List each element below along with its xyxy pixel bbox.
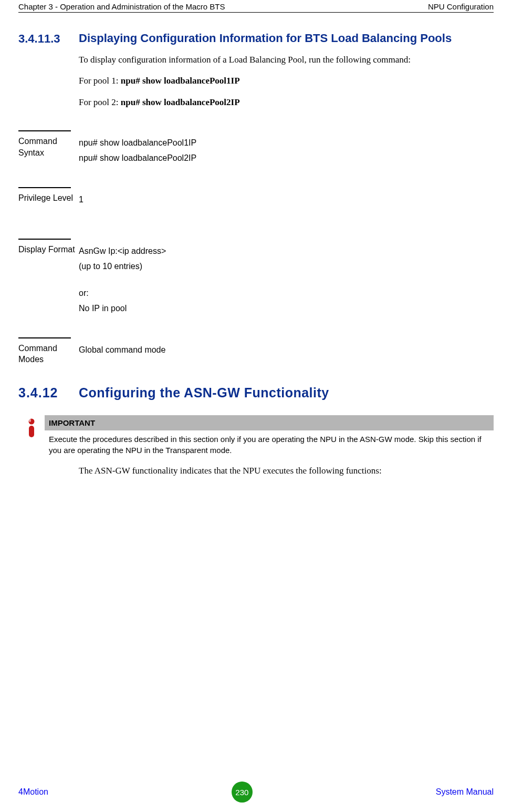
command-syntax-block: Command Syntax npu# show loadbalancePool… <box>18 130 494 166</box>
page-number-badge: 230 <box>232 782 253 803</box>
important-note: IMPORTANT Execute the procedures describ… <box>18 415 494 457</box>
intro-paragraph: To display configuration information of … <box>79 53 494 67</box>
command-modes-value: Global command mode <box>79 343 165 358</box>
page-footer: 4Motion 230 System Manual <box>18 782 494 803</box>
subsection-heading: 3.4.12 Configuring the ASN-GW Functional… <box>18 385 494 400</box>
syntax-line2: npu# show loadbalancePool2IP <box>79 151 196 166</box>
display-format-block: Display Format AsnGw Ip:<ip address> (up… <box>18 239 494 316</box>
page-header: Chapter 3 - Operation and Administration… <box>18 0 494 12</box>
footer-left: 4Motion <box>18 787 48 797</box>
pool1-line: For pool 1: npu# show loadbalancePool1IP <box>79 74 494 88</box>
display-format-label: Display Format <box>18 244 79 255</box>
important-header: IMPORTANT <box>45 415 494 430</box>
header-right: NPU Configuration <box>428 2 494 11</box>
section-title: Displaying Configuration Information for… <box>79 31 452 46</box>
closing-paragraph: The ASN-GW functionality indicates that … <box>79 464 494 478</box>
pool1-cmd: npu# show loadbalancePool1IP <box>121 76 240 86</box>
header-rule <box>18 12 494 13</box>
svg-rect-1 <box>29 426 34 437</box>
pool1-prefix: For pool 1: <box>79 76 121 86</box>
command-modes-label: Command Modes <box>18 343 79 365</box>
section-number: 3.4.11.3 <box>18 31 79 46</box>
display-format-value: AsnGw Ip:<ip address> (up to 10 entries)… <box>79 244 166 316</box>
command-syntax-label: Command Syntax <box>18 136 79 158</box>
privilege-level-block: Privilege Level 1 <box>18 187 494 208</box>
pool2-cmd: npu# show loadbalancePool2IP <box>121 97 240 107</box>
display-line2: (up to 10 entries) <box>79 259 166 274</box>
privilege-level-value: 1 <box>79 192 83 208</box>
privilege-level-label: Privilege Level <box>18 192 79 204</box>
syntax-line1: npu# show loadbalancePool1IP <box>79 136 196 151</box>
section-heading: 3.4.11.3 Displaying Configuration Inform… <box>18 31 494 46</box>
important-body: Execute the procedures described in this… <box>45 430 494 457</box>
header-left: Chapter 3 - Operation and Administration… <box>18 2 225 11</box>
info-icon <box>18 415 45 439</box>
command-syntax-value: npu# show loadbalancePool1IP npu# show l… <box>79 136 196 166</box>
command-modes-block: Command Modes Global command mode <box>18 337 494 365</box>
pool2-line: For pool 2: npu# show loadbalancePool2IP <box>79 96 494 109</box>
display-line3: or: <box>79 286 166 301</box>
display-line4: No IP in pool <box>79 301 166 316</box>
footer-right: System Manual <box>436 787 494 797</box>
subsection-title: Configuring the ASN-GW Functionality <box>79 385 329 400</box>
pool2-prefix: For pool 2: <box>79 97 121 107</box>
display-line1: AsnGw Ip:<ip address> <box>79 244 166 259</box>
subsection-number: 3.4.12 <box>18 385 79 400</box>
svg-point-2 <box>29 419 31 422</box>
